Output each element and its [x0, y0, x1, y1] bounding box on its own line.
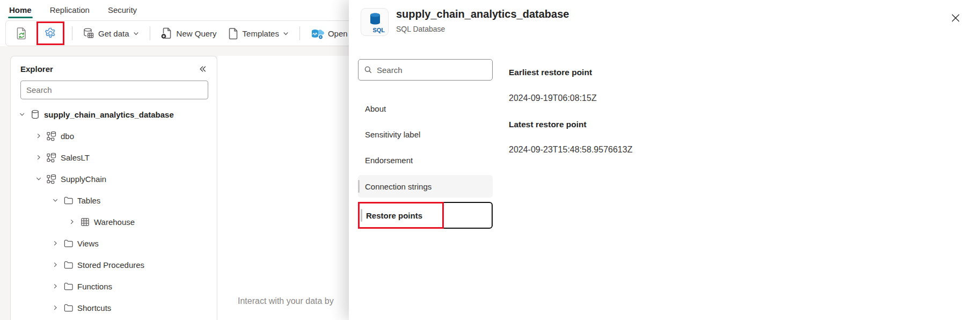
templates-label: Templates	[243, 29, 279, 38]
collapse-panel-icon[interactable]	[198, 64, 207, 74]
toolbar-divider	[72, 26, 72, 40]
tree-item-saleslt[interactable]: SalesLT	[11, 147, 217, 168]
refresh-button[interactable]	[11, 24, 32, 43]
chevron-icon[interactable]	[68, 219, 76, 225]
chevron-icon[interactable]	[52, 197, 59, 203]
dialog-menu: AboutSensitivity labelEndorsementConnect…	[358, 98, 493, 229]
explorer-tree: supply_chain_analytics_database dbo Sale…	[11, 103, 217, 318]
get-data-database-icon	[83, 27, 94, 39]
toolbar-divider	[150, 26, 150, 40]
tree-node-icon	[63, 260, 74, 270]
chevron-down-icon	[282, 30, 289, 37]
close-icon[interactable]	[948, 11, 963, 25]
earliest-restore-point-value: 2024-09-19T06:08:15Z	[509, 93, 597, 103]
tree-node-icon	[63, 238, 74, 249]
new-query-icon	[160, 27, 173, 40]
templates-button[interactable]: Templates	[224, 25, 293, 42]
tree-item-warehouse[interactable]: Warehouse	[11, 211, 217, 232]
tab-home[interactable]: Home	[8, 1, 33, 20]
earliest-restore-point-label: Earliest restore point	[509, 68, 592, 77]
latest-restore-point-label: Latest restore point	[509, 120, 587, 129]
dialog-menu-item-endorsement[interactable]: Endorsement	[358, 149, 493, 171]
settings-gear-button[interactable]	[40, 24, 61, 43]
chevron-icon[interactable]	[18, 111, 26, 118]
chevron-icon[interactable]	[52, 304, 59, 311]
selected-indicator-bar	[358, 180, 360, 193]
tree-node-icon	[63, 303, 74, 313]
chevron-icon[interactable]	[35, 154, 42, 161]
dialog-search-input[interactable]	[377, 66, 487, 75]
dialog-menu-item-restore-points[interactable]: Restore points	[358, 202, 493, 229]
tree-item-functions[interactable]: Functions	[11, 275, 217, 297]
templates-document-icon	[228, 27, 239, 40]
gear-icon	[43, 26, 57, 40]
explorer-title: Explorer	[20, 64, 53, 74]
tree-item-dbo[interactable]: dbo	[11, 125, 217, 147]
latest-restore-point-value: 2024-09-23T15:48:58.9576613Z	[509, 145, 632, 155]
dialog-subtitle: SQL Database	[396, 25, 445, 33]
selected-indicator-bar	[361, 209, 362, 222]
chevron-icon[interactable]	[35, 176, 42, 182]
tree-node-icon	[46, 173, 57, 184]
chevron-icon[interactable]	[52, 283, 59, 289]
cloud-database-icon	[310, 27, 324, 40]
sql-icon-word: SQL	[372, 27, 385, 33]
dialog-search-box	[358, 59, 493, 81]
tree-item-supplychain[interactable]: SupplyChain	[11, 168, 217, 190]
sql-database-icon: SQL	[361, 8, 389, 36]
get-data-label: Get data	[98, 29, 129, 38]
tree-node-icon	[79, 217, 90, 227]
settings-dialog: SQL supply_chain_analytics_database SQL …	[349, 0, 980, 320]
dialog-menu-item-connection-strings[interactable]: Connection strings	[358, 175, 493, 198]
canvas-hint-text: Interact with your data by	[238, 296, 334, 306]
chevron-icon[interactable]	[52, 240, 59, 246]
tree-item-views[interactable]: Views	[11, 232, 217, 254]
tree-node-icon	[63, 281, 74, 292]
dialog-title: supply_chain_analytics_database	[396, 8, 569, 20]
tree-item-tables[interactable]: Tables	[11, 190, 217, 211]
tab-security[interactable]: Security	[107, 1, 138, 20]
app-root: Home Replication Security	[0, 0, 980, 320]
toolbar-divider	[299, 26, 300, 40]
tree-node-icon	[63, 195, 74, 206]
refresh-document-icon	[15, 26, 28, 40]
dialog-menu-item-about[interactable]: About	[358, 98, 493, 119]
explorer-panel: Explorer supply_chain_analytics_database…	[10, 56, 217, 320]
dialog-menu-item-sensitivity-label[interactable]: Sensitivity label	[358, 123, 493, 145]
tab-replication[interactable]: Replication	[49, 1, 91, 20]
chevron-down-icon	[133, 30, 140, 37]
new-query-label: New Query	[177, 29, 217, 38]
annotation-box-gear	[36, 21, 64, 45]
tree-item-stored-procedures[interactable]: Stored Procedures	[11, 254, 217, 275]
tree-item-shortcuts[interactable]: Shortcuts	[11, 297, 217, 318]
tree-node-icon	[30, 109, 40, 120]
new-query-button[interactable]: New Query	[157, 24, 221, 42]
get-data-button[interactable]: Get data	[79, 25, 143, 42]
chevron-icon[interactable]	[35, 133, 42, 139]
explorer-search-input[interactable]	[20, 81, 208, 99]
tree-node-icon	[46, 152, 57, 163]
chevron-icon[interactable]	[52, 261, 59, 268]
tree-node-icon	[46, 130, 57, 141]
tree-item-supply-chain-analytics-database[interactable]: supply_chain_analytics_database	[11, 104, 217, 125]
search-icon	[364, 66, 372, 74]
